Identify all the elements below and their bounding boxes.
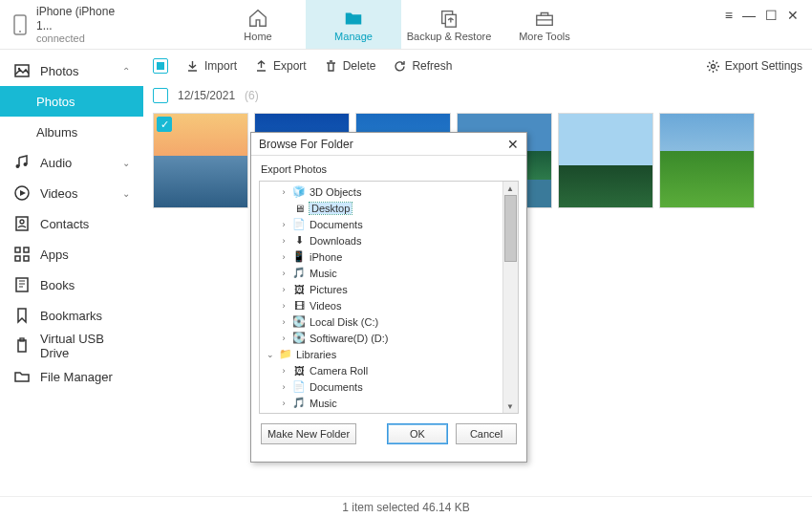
tree-item[interactable]: ›🧊3D Objects [260, 183, 518, 200]
titlebar: iPhone (iPhone 1... connected Home Manag… [0, 0, 812, 50]
make-new-folder-button[interactable]: Make New Folder [261, 423, 356, 444]
scrollbar-thumb[interactable] [504, 195, 517, 262]
cancel-button[interactable]: Cancel [456, 423, 517, 444]
minimize-icon[interactable]: — [742, 8, 756, 23]
scroll-up-icon[interactable]: ▲ [502, 182, 518, 195]
refresh-label: Refresh [412, 59, 452, 73]
tree-twisty-icon[interactable]: › [279, 252, 288, 262]
cancel-label: Cancel [470, 428, 502, 440]
tree-item-label: Pictures [310, 284, 348, 295]
sidebar-vusb[interactable]: Virtual USB Drive [0, 331, 143, 361]
tree-twisty-icon[interactable]: › [279, 334, 288, 343]
group-date: 12/15/2021 [178, 89, 235, 102]
sidebar-videos[interactable]: Videos ⌄ [0, 178, 143, 208]
export-settings-label: Export Settings [725, 59, 802, 73]
tree-item[interactable]: ›🖼Pictures [260, 281, 518, 297]
menu-icon[interactable]: ≡ [725, 8, 733, 23]
dialog-title: Browse For Folder [259, 138, 353, 151]
tree-item-label: Local Disk (C:) [310, 316, 378, 328]
device-info[interactable]: iPhone (iPhone 1... connected [0, 5, 143, 44]
photo-thumb[interactable] [659, 113, 755, 208]
thumb-checkbox[interactable]: ✓ [157, 117, 172, 132]
tree-twisty-icon[interactable]: › [279, 366, 288, 376]
tree-item[interactable]: ›🖼Camera Roll [260, 362, 518, 378]
maximize-icon[interactable]: ☐ [765, 8, 778, 23]
svg-rect-17 [18, 340, 26, 352]
tree-twisty-icon[interactable]: › [279, 399, 288, 408]
status-text: 1 item selected 46.14 KB [342, 501, 469, 514]
tree-twisty-icon[interactable]: › [279, 187, 288, 197]
tree-item[interactable]: ›⬇Downloads [260, 232, 518, 248]
import-icon [185, 59, 200, 74]
tree-item[interactable]: ›📄Documents [260, 216, 518, 232]
tree-item[interactable]: ›💽Local Disk (C:) [260, 313, 518, 330]
group-checkbox[interactable] [153, 88, 168, 103]
dialog-titlebar: Browse For Folder ✕ [251, 133, 526, 156]
sidebar-vusb-label: Virtual USB Drive [40, 332, 130, 360]
tree-twisty-icon[interactable]: › [279, 317, 288, 327]
folder-type-icon: 📱 [292, 250, 306, 264]
sidebar-photos-sub-label: Photos [36, 95, 75, 109]
photo-thumb[interactable] [558, 113, 653, 208]
tree-item[interactable]: ›🎵Music [260, 395, 518, 411]
sidebar-photos-label: Photos [40, 64, 78, 78]
nav-tools[interactable]: More Tools [497, 0, 592, 49]
svg-point-7 [16, 164, 20, 168]
tree-twisty-icon[interactable]: › [279, 382, 288, 392]
nav-home[interactable]: Home [210, 0, 306, 49]
sidebar-apps[interactable]: Apps [0, 239, 143, 269]
sidebar-photos-sub[interactable]: Photos [0, 86, 143, 117]
export-button[interactable]: Export [254, 59, 307, 74]
export-settings-button[interactable]: Export Settings [706, 59, 802, 74]
tree-item[interactable]: ›📄Documents [260, 378, 518, 395]
folder-tree[interactable]: ›🧊3D Objects🖥Desktop›📄Documents›⬇Downloa… [259, 181, 519, 414]
tree-item-label: Pictures [310, 414, 348, 415]
tree-item[interactable]: ⌄📁Libraries [260, 346, 518, 362]
tree-item[interactable]: ›🖼Pictures [260, 411, 518, 414]
delete-button[interactable]: Delete [324, 59, 376, 74]
sidebar-audio[interactable]: Audio ⌄ [0, 147, 143, 178]
tree-twisty-icon[interactable]: › [279, 220, 288, 229]
tree-twisty-icon[interactable]: › [279, 301, 288, 311]
bookmark-icon [13, 307, 31, 324]
ok-button[interactable]: OK [387, 423, 448, 444]
select-all-checkbox[interactable] [153, 58, 168, 74]
tree-item-label: Camera Roll [310, 365, 368, 377]
sidebar-albums[interactable]: Albums [0, 117, 143, 147]
tree-item[interactable]: ›🎞Videos [260, 297, 518, 313]
tree-twisty-icon[interactable]: ⌄ [266, 350, 275, 359]
sidebar-bookmarks[interactable]: Bookmarks [0, 300, 143, 331]
tree-twisty-icon[interactable]: › [279, 236, 288, 246]
phone-icon [11, 13, 29, 36]
sidebar-books[interactable]: Books [0, 269, 143, 300]
tree-item-label: 3D Objects [310, 186, 361, 198]
sidebar-photos[interactable]: Photos ⌃ [0, 55, 143, 86]
window-controls: ≡ — ☐ ✕ [725, 8, 812, 38]
tree-twisty-icon[interactable]: › [279, 269, 288, 278]
scroll-down-icon[interactable]: ▼ [502, 399, 518, 413]
image-icon [13, 62, 31, 79]
book-icon [13, 276, 31, 293]
delete-label: Delete [343, 59, 376, 73]
nav-backup[interactable]: Backup & Restore [401, 0, 497, 49]
sidebar-contacts[interactable]: Contacts [0, 208, 143, 239]
refresh-icon [393, 59, 407, 74]
dialog-close-icon[interactable]: ✕ [507, 137, 519, 152]
scrollbar[interactable]: ▲ ▼ [502, 182, 518, 413]
tree-item[interactable]: ›🎵Music [260, 265, 518, 281]
photo-thumb[interactable]: ✓ [153, 113, 248, 208]
tree-twisty-icon[interactable]: › [279, 285, 288, 294]
svg-point-8 [24, 162, 28, 166]
nav-manage[interactable]: Manage [306, 0, 401, 49]
sidebar-albums-label: Albums [36, 125, 77, 140]
import-button[interactable]: Import [185, 59, 237, 74]
tree-item-label: Downloads [310, 235, 361, 247]
tree-item[interactable]: 🖥Desktop [260, 200, 518, 216]
folder-type-icon: 🎵 [292, 267, 306, 280]
sidebar-fileman[interactable]: File Manager [0, 361, 143, 392]
close-icon[interactable]: ✕ [787, 8, 799, 23]
tree-item[interactable]: ›💽Softiware(D) (D:) [260, 330, 518, 346]
refresh-button[interactable]: Refresh [393, 59, 452, 74]
tree-item[interactable]: ›📱iPhone [260, 248, 518, 265]
group-count: (6) [245, 89, 259, 102]
